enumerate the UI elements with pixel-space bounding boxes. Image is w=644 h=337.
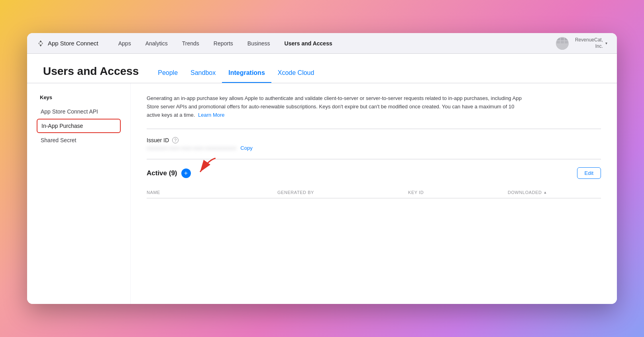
svg-rect-1 bbox=[557, 38, 560, 40]
divider-2 bbox=[147, 159, 601, 159]
learn-more-link[interactable]: Learn More bbox=[198, 112, 224, 118]
copy-link[interactable]: Copy bbox=[240, 145, 252, 151]
nav-link-trends[interactable]: Trends bbox=[175, 33, 206, 54]
svg-rect-6 bbox=[565, 41, 568, 43]
page-header: Users and Access People Sandbox Integrat… bbox=[27, 54, 617, 83]
page-tabs: People Sandbox Integrations Xcode Cloud bbox=[151, 69, 320, 83]
nav-logo[interactable]: App Store Connect bbox=[37, 39, 98, 47]
tab-integrations[interactable]: Integrations bbox=[222, 69, 271, 83]
edit-button[interactable]: Edit bbox=[577, 167, 601, 179]
account-chevron-icon[interactable]: ▾ bbox=[605, 41, 607, 45]
nav-logo-text: App Store Connect bbox=[48, 40, 98, 47]
svg-rect-4 bbox=[557, 41, 560, 43]
nav-links: Apps Analytics Trends Reports Business U… bbox=[111, 33, 556, 54]
svg-rect-5 bbox=[561, 41, 564, 43]
active-row: Active (9) + bbox=[147, 167, 601, 179]
sort-icon[interactable]: ▲ bbox=[544, 190, 547, 194]
arrow-annotation bbox=[189, 157, 221, 180]
nav-right: RevenueCat, Inc. ▾ bbox=[556, 37, 607, 50]
issuer-row: Issuer ID ? bbox=[147, 137, 601, 143]
issuer-value-row: xxxxxxxx-xxxx-xxxx-xxxx-xxxxxxxxxxxx Cop… bbox=[147, 145, 601, 151]
account-name: RevenueCat, Inc. bbox=[571, 37, 603, 49]
col-header-generated-by: GENERATED BY bbox=[277, 190, 402, 195]
sidebar-item-shared-secret[interactable]: Shared Secret bbox=[37, 134, 121, 147]
table-header: NAME GENERATED BY KEY ID DOWNLOADED ▲ bbox=[147, 187, 601, 198]
sidebar-item-in-app-purchase[interactable]: In-App Purchase bbox=[37, 119, 121, 133]
main-content: Users and Access People Sandbox Integrat… bbox=[27, 54, 617, 304]
tab-sandbox[interactable]: Sandbox bbox=[184, 69, 222, 83]
nav-link-reports[interactable]: Reports bbox=[206, 33, 240, 54]
tab-xcode-cloud[interactable]: Xcode Cloud bbox=[271, 69, 321, 83]
add-button-container: + bbox=[181, 168, 191, 178]
sidebar-item-app-store-connect-api[interactable]: App Store Connect API bbox=[37, 105, 121, 118]
svg-rect-2 bbox=[561, 38, 564, 40]
page-title-row: Users and Access People Sandbox Integrat… bbox=[43, 65, 601, 83]
issuer-value: xxxxxxxx-xxxx-xxxx-xxxx-xxxxxxxxxxxx bbox=[147, 145, 236, 151]
col-header-downloaded: DOWNLOADED ▲ bbox=[508, 190, 601, 195]
col-header-name: NAME bbox=[147, 190, 271, 195]
navbar: App Store Connect Apps Analytics Trends … bbox=[27, 33, 617, 54]
divider-1 bbox=[147, 129, 601, 129]
active-section: Active (9) + bbox=[147, 167, 601, 179]
svg-rect-3 bbox=[565, 38, 568, 40]
col-header-key-id: KEY ID bbox=[408, 190, 501, 195]
description-text: Generating an in-app purchase key allows… bbox=[147, 94, 529, 119]
nav-link-analytics[interactable]: Analytics bbox=[138, 33, 175, 54]
main-panel: Generating an in-app purchase key allows… bbox=[131, 83, 617, 304]
tab-people[interactable]: People bbox=[151, 69, 184, 83]
help-icon[interactable]: ? bbox=[172, 137, 179, 143]
nav-link-users-and-access[interactable]: Users and Access bbox=[277, 33, 340, 54]
avatar bbox=[556, 37, 569, 50]
content-body: Keys App Store Connect API In-App Purcha… bbox=[27, 83, 617, 304]
nav-link-business[interactable]: Business bbox=[240, 33, 277, 54]
app-window: App Store Connect Apps Analytics Trends … bbox=[27, 33, 617, 304]
page-title: Users and Access bbox=[43, 65, 139, 78]
app-store-connect-icon bbox=[37, 39, 45, 47]
issuer-label: Issuer ID bbox=[147, 137, 169, 143]
add-key-button[interactable]: + bbox=[181, 168, 191, 178]
active-label: Active (9) bbox=[147, 169, 177, 177]
sidebar: Keys App Store Connect API In-App Purcha… bbox=[27, 83, 131, 304]
nav-link-apps[interactable]: Apps bbox=[111, 33, 138, 54]
sidebar-section-title: Keys bbox=[37, 94, 121, 100]
